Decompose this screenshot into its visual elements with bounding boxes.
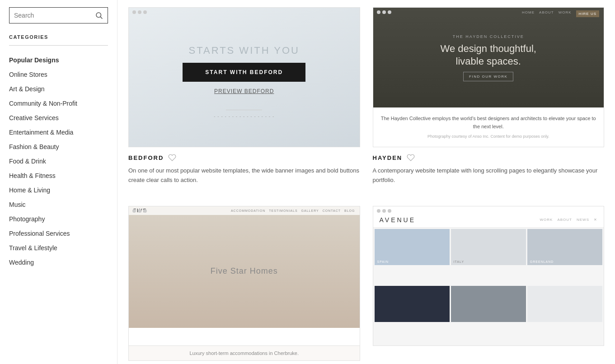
hayden-title-row: HAYDEN: [373, 154, 605, 162]
hayden-description: A contemporary website template with lon…: [373, 166, 605, 185]
sidebar-item-home-living[interactable]: Home & Living: [9, 183, 108, 197]
sidebar-item-art-design[interactable]: Art & Design: [9, 82, 108, 96]
sidebar-item-photography[interactable]: Photography: [9, 212, 108, 226]
sidebar-item-creative-services[interactable]: Creative Services: [9, 111, 108, 125]
sidebar-item-music[interactable]: Music: [9, 197, 108, 212]
five-bottom-bar: Luxury short-term accommodations in Cher…: [128, 346, 360, 361]
hayden-heart-icon[interactable]: [407, 154, 415, 162]
sidebar-item-online-stores[interactable]: Online Stores: [9, 67, 108, 82]
sidebar-item-food-drink[interactable]: Food & Drink: [9, 154, 108, 168]
bedford-card-info: BEDFORD On one of our most popular websi…: [128, 147, 360, 188]
categories-label: CATEGORIES: [9, 34, 108, 40]
search-icon: [95, 11, 103, 19]
sidebar: CATEGORIES Popular Designs Online Stores…: [0, 0, 117, 364]
sidebar-item-popular-designs[interactable]: Popular Designs: [9, 53, 108, 67]
sidebar-item-health-fitness[interactable]: Health & Fitness: [9, 168, 108, 183]
main-content: STARTS WITH YOU START WITH BEDFORD PREVI…: [117, 0, 615, 364]
sidebar-item-travel-lifestyle[interactable]: Travel & Lifestyle: [9, 241, 108, 255]
sidebar-item-community-nonprofit[interactable]: Community & Non-Profit: [9, 96, 108, 111]
search-wrapper[interactable]: [9, 7, 108, 23]
sidebar-item-fashion-beauty[interactable]: Fashion & Beauty: [9, 140, 108, 154]
bedford-heart-icon[interactable]: [168, 154, 176, 162]
sidebar-item-entertainment-media[interactable]: Entertainment & Media: [9, 125, 108, 140]
five-bottom-text: Luxury short-term accommodations in Cher…: [135, 350, 353, 356]
search-input[interactable]: [14, 12, 95, 19]
avenue-card: AVENUE WORK ABOUT NEWS ✕ SPAIN ITALY: [373, 206, 605, 361]
sidebar-item-professional-services[interactable]: Professional Services: [9, 226, 108, 241]
avenue-preview[interactable]: AVENUE WORK ABOUT NEWS ✕ SPAIN ITALY: [373, 206, 605, 346]
bedford-preview[interactable]: STARTS WITH YOU START WITH BEDFORD PREVI…: [128, 7, 360, 147]
svg-point-0: [96, 13, 101, 18]
bedford-description: On one of our most popular website templ…: [128, 166, 360, 185]
categories-divider: [9, 45, 108, 46]
templates-grid: STARTS WITH YOU START WITH BEDFORD PREVI…: [128, 7, 604, 361]
bedford-card: STARTS WITH YOU START WITH BEDFORD PREVI…: [128, 7, 360, 188]
svg-line-1: [100, 17, 102, 19]
bedford-title-row: BEDFORD: [128, 154, 360, 162]
hayden-card-info: HAYDEN A contemporary website template w…: [373, 147, 605, 188]
hayden-title: HAYDEN: [373, 154, 403, 161]
five-card: FIVE ACCOMMODATION TESTIMONIALS GALLERY …: [128, 206, 360, 361]
hayden-preview[interactable]: HOME ABOUT WORK HIRE US THE HAYDEN COLLE…: [373, 7, 605, 147]
five-preview[interactable]: FIVE ACCOMMODATION TESTIMONIALS GALLERY …: [128, 206, 360, 346]
sidebar-item-wedding[interactable]: Wedding: [9, 255, 108, 270]
hayden-card: HOME ABOUT WORK HIRE US THE HAYDEN COLLE…: [373, 7, 605, 188]
bedford-title: BEDFORD: [128, 154, 164, 161]
